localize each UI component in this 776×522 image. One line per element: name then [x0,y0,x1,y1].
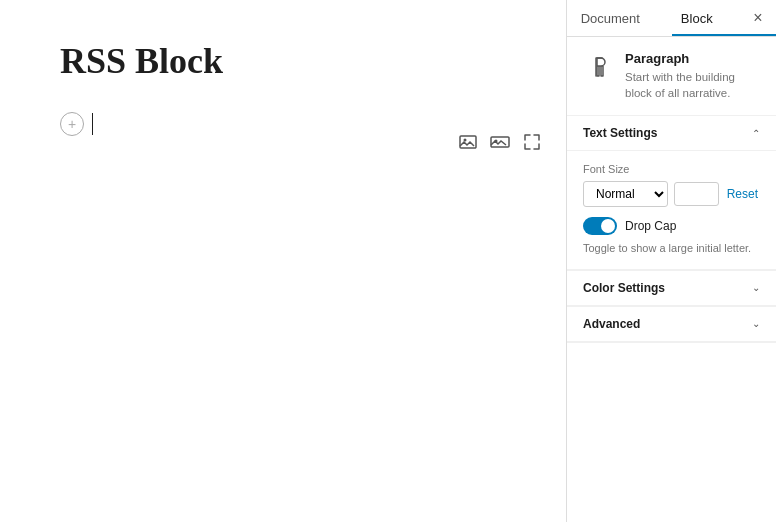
block-info: Paragraph Start with the building block … [625,51,760,101]
block-description: Start with the building block of all nar… [625,69,760,101]
reset-button[interactable]: Reset [725,185,760,203]
color-settings-header[interactable]: Color Settings ⌄ [567,271,776,306]
plus-icon: + [68,116,76,132]
text-settings-body: Font Size Small Normal Medium Large Huge… [567,151,776,269]
tab-document[interactable]: Document [567,0,654,36]
drop-cap-description: Toggle to show a large initial letter. [583,241,760,256]
fullscreen-icon [522,132,542,152]
font-size-label: Font Size [583,163,760,175]
fullscreen-button[interactable] [518,128,546,156]
text-settings-header[interactable]: Text Settings ⌃ [567,116,776,151]
color-settings-section: Color Settings ⌄ [567,271,776,307]
image-icon [458,132,478,152]
advanced-chevron: ⌄ [752,318,760,329]
close-button[interactable]: × [740,0,776,36]
block-name: Paragraph [625,51,760,66]
advanced-header[interactable]: Advanced ⌄ [567,307,776,342]
text-settings-label: Text Settings [583,126,657,140]
sidebar-tabs: Document Block × [567,0,776,37]
advanced-section: Advanced ⌄ [567,307,776,343]
image-wide-button[interactable] [486,128,514,156]
text-settings-section: Text Settings ⌃ Font Size Small Normal M… [567,116,776,270]
advanced-label: Advanced [583,317,640,331]
block-card: Paragraph Start with the building block … [567,37,776,116]
font-size-select[interactable]: Small Normal Medium Large Huge [583,181,668,207]
text-settings-chevron: ⌃ [752,128,760,139]
text-cursor [92,113,93,135]
image-wide-icon [490,132,510,152]
editor-area: RSS Block + [0,0,566,522]
sidebar: Document Block × Paragraph Start with th… [566,0,776,522]
drop-cap-toggle[interactable] [583,217,617,235]
font-size-number-input[interactable] [674,182,719,206]
sidebar-content: Paragraph Start with the building block … [567,37,776,522]
editor-content: + [60,112,506,136]
add-block-button[interactable]: + [60,112,84,136]
tab-block[interactable]: Block [654,0,741,36]
tab-indicator [672,34,777,36]
image-align-button[interactable] [454,128,482,156]
color-settings-chevron: ⌄ [752,282,760,293]
font-size-row: Small Normal Medium Large Huge Reset [583,181,760,207]
color-settings-label: Color Settings [583,281,665,295]
toolbar-right [454,128,546,156]
paragraph-icon [583,51,615,83]
drop-cap-label: Drop Cap [625,219,676,233]
page-title: RSS Block [60,40,506,82]
drop-cap-row: Drop Cap [583,217,760,235]
